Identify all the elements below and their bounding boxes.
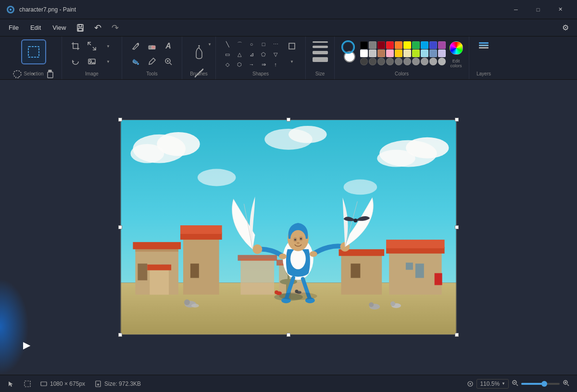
shape-oval[interactable]: ○ <box>246 39 257 49</box>
zoom-slider-track[interactable] <box>521 383 560 385</box>
shape-diamond[interactable]: ◇ <box>222 60 233 69</box>
undo-button[interactable]: ↶ <box>90 21 105 35</box>
shape-rect[interactable]: □ <box>258 39 269 49</box>
shape-rtriangle[interactable]: ⊿ <box>246 49 257 59</box>
zoom-out-button[interactable] <box>512 380 518 388</box>
color-swatches <box>360 41 446 65</box>
shape-triangle[interactable]: △ <box>234 49 245 59</box>
image-dropdown2[interactable]: ▼ <box>100 55 116 68</box>
color-swatch[interactable] <box>438 58 446 65</box>
color-swatch[interactable] <box>421 49 428 57</box>
size-line-2[interactable] <box>313 46 328 48</box>
color-swatch[interactable] <box>403 49 411 57</box>
maximize-button[interactable]: □ <box>527 0 549 19</box>
canvas-image[interactable] <box>120 120 457 335</box>
fill-shape-dropdown[interactable]: ▼ <box>284 55 300 68</box>
shape-uarrow[interactable]: ↑ <box>270 60 281 69</box>
file-size-display: Size: 972.3KB <box>95 380 141 387</box>
brush-main-button[interactable] <box>189 39 209 64</box>
shape-penta2[interactable]: ⬡ <box>234 60 245 69</box>
shape-down[interactable]: ▽ <box>270 49 281 59</box>
color-swatch[interactable] <box>395 41 402 49</box>
foreground-color[interactable] <box>341 40 355 54</box>
shapes-more[interactable]: ⋯ <box>270 39 281 49</box>
zoom-percentage-dropdown[interactable]: 110.5% ▼ <box>477 379 509 389</box>
color-swatch[interactable] <box>386 41 394 49</box>
handle-bottom-center[interactable] <box>287 333 290 337</box>
color-swatch[interactable] <box>360 41 368 49</box>
color-swatch[interactable] <box>403 41 411 49</box>
toolbar: ▼ Selection <box>0 37 577 80</box>
color-swatch[interactable] <box>429 58 437 65</box>
pencil-button[interactable] <box>128 39 143 53</box>
color-picker-button[interactable] <box>144 55 160 68</box>
size-line-4[interactable] <box>313 57 328 62</box>
handle-bottom-right[interactable] <box>455 333 459 337</box>
size-label: Size <box>315 71 325 76</box>
size-line-3[interactable] <box>313 51 328 54</box>
color-palette-button[interactable] <box>450 41 463 55</box>
color-swatch[interactable] <box>369 58 376 65</box>
color-swatch[interactable] <box>377 58 385 65</box>
zoom-slider-thumb[interactable] <box>541 381 547 387</box>
edit-colors-label[interactable]: Editcolors <box>450 59 462 68</box>
zoom-in-button[interactable] <box>563 380 569 388</box>
color-swatch[interactable] <box>369 41 376 49</box>
color-swatch[interactable] <box>360 58 368 65</box>
menu-file[interactable]: File <box>4 22 24 33</box>
color-swatch[interactable] <box>395 58 402 65</box>
handle-bottom-left[interactable] <box>118 333 122 337</box>
minimize-button[interactable]: ─ <box>505 0 527 19</box>
menu-view[interactable]: View <box>48 22 71 33</box>
selection-lasso-button[interactable] <box>10 67 25 81</box>
color-swatch[interactable] <box>369 49 376 57</box>
shape-rarrow[interactable]: ⇒ <box>258 60 269 69</box>
color-swatch[interactable] <box>386 49 394 57</box>
redo-button[interactable]: ↷ <box>107 21 123 35</box>
color-swatch[interactable] <box>421 41 428 49</box>
layers-button[interactable] <box>479 42 489 49</box>
paste-button[interactable] <box>42 67 58 81</box>
shape-pentagon[interactable]: ⬠ <box>258 49 269 59</box>
handle-mid-left[interactable] <box>118 225 122 229</box>
image-action2[interactable] <box>84 55 100 68</box>
handle-top-left[interactable] <box>118 118 122 122</box>
size-line-1[interactable] <box>313 41 328 43</box>
settings-button[interactable]: ⚙ <box>558 21 573 35</box>
resize-button[interactable] <box>84 39 100 53</box>
image-dropdown[interactable]: ▼ <box>100 39 116 53</box>
color-swatch[interactable] <box>438 49 446 57</box>
color-swatch[interactable] <box>412 41 420 49</box>
handle-top-center[interactable] <box>287 118 290 122</box>
outline-button[interactable] <box>284 39 300 53</box>
color-swatch[interactable] <box>438 41 446 49</box>
save-button[interactable] <box>73 21 88 35</box>
color-swatch[interactable] <box>360 49 368 57</box>
rotate-button[interactable] <box>68 55 83 68</box>
color-swatch[interactable] <box>377 41 385 49</box>
color-swatch[interactable] <box>403 58 411 65</box>
shape-line[interactable]: ╲ <box>222 39 233 49</box>
color-swatch[interactable] <box>429 49 437 57</box>
crop-button[interactable] <box>68 39 83 53</box>
canvas-area[interactable]: ▶ <box>0 80 577 375</box>
eraser-button[interactable] <box>144 39 160 53</box>
color-swatch[interactable] <box>386 58 394 65</box>
handle-top-right[interactable] <box>455 118 459 122</box>
text-button[interactable]: A <box>161 39 176 53</box>
shape-rect2[interactable]: ▭ <box>222 49 233 59</box>
color-swatch[interactable] <box>412 49 420 57</box>
color-swatch[interactable] <box>429 41 437 49</box>
menu-edit[interactable]: Edit <box>25 22 46 33</box>
selection-rect-button[interactable] <box>21 39 46 64</box>
fill-button[interactable] <box>128 55 143 68</box>
color-swatch[interactable] <box>377 49 385 57</box>
shape-curve[interactable]: ⌒ <box>234 39 245 49</box>
color-swatch[interactable] <box>412 58 420 65</box>
zoom-tool-button[interactable] <box>161 55 176 68</box>
handle-mid-right[interactable] <box>455 225 459 229</box>
color-swatch[interactable] <box>421 58 428 65</box>
close-button[interactable]: ✕ <box>549 0 571 19</box>
color-swatch[interactable] <box>395 49 402 57</box>
shape-arrow[interactable]: → <box>246 60 257 69</box>
